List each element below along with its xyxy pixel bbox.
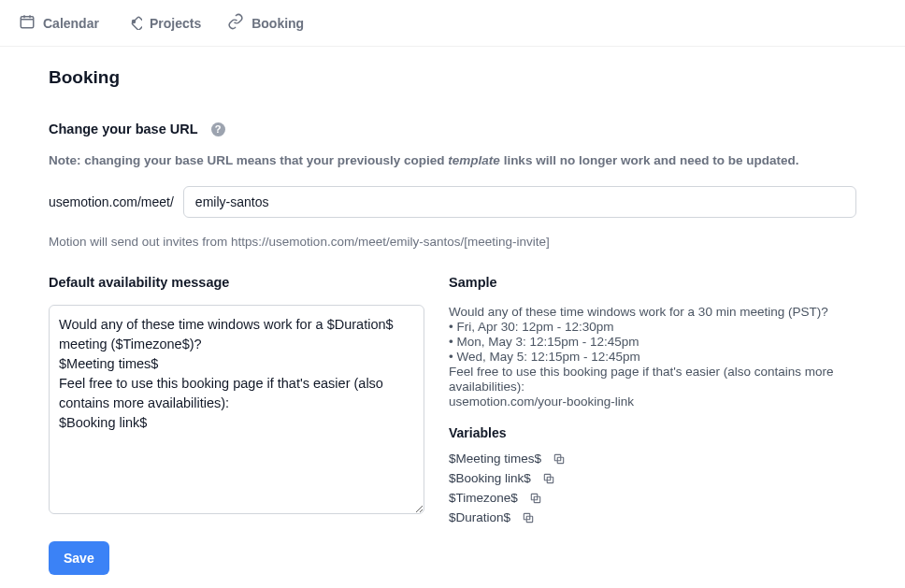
variable-label: $Meeting times$ — [449, 452, 541, 466]
nav-calendar[interactable]: Calendar — [19, 13, 99, 33]
variable-row: $Duration$ — [449, 510, 856, 524]
main-content: Booking Change your base URL ? Note: cha… — [0, 47, 905, 588]
nav-projects[interactable]: Projects — [125, 13, 201, 33]
sample-column: Sample Would any of these time windows w… — [449, 275, 856, 575]
availability-message-input[interactable] — [49, 305, 424, 514]
nav-projects-label: Projects — [150, 16, 201, 31]
base-url-heading-row: Change your base URL ? — [49, 122, 856, 136]
two-column-section: Default availability message Save Sample… — [49, 275, 856, 575]
base-url-note-prefix: Note: changing your base URL means that … — [49, 153, 448, 167]
top-nav: Calendar Projects Booking — [0, 0, 905, 47]
copy-icon[interactable] — [522, 511, 535, 524]
availability-heading: Default availability message — [49, 275, 424, 290]
copy-icon[interactable] — [553, 452, 566, 466]
base-url-note: Note: changing your base URL means that … — [49, 153, 856, 167]
copy-icon[interactable] — [542, 472, 555, 485]
base-url-prefix: usemotion.com/meet/ — [49, 194, 174, 209]
variable-label: $Duration$ — [449, 510, 510, 524]
svg-point-5 — [132, 21, 135, 23]
svg-rect-0 — [21, 17, 34, 28]
base-url-heading: Change your base URL — [49, 122, 198, 136]
nav-booking-label: Booking — [251, 16, 304, 31]
variable-row: $Meeting times$ — [449, 452, 856, 466]
base-url-row: usemotion.com/meet/ — [49, 186, 856, 218]
projects-icon — [125, 13, 142, 33]
sample-heading: Sample — [449, 275, 856, 290]
variable-row: $Booking link$ — [449, 471, 856, 485]
base-url-input[interactable] — [183, 186, 856, 218]
copy-icon[interactable] — [529, 492, 542, 505]
base-url-note-suffix: links will no longer work and need to be… — [500, 153, 799, 167]
variable-row: $Timezone$ — [449, 491, 856, 505]
invite-note: Motion will send out invites from https:… — [49, 235, 856, 249]
link-icon — [227, 13, 244, 33]
save-button[interactable]: Save — [49, 541, 109, 575]
page-title: Booking — [49, 67, 856, 88]
availability-column: Default availability message Save — [49, 275, 424, 575]
calendar-icon — [19, 13, 36, 33]
help-icon[interactable]: ? — [211, 122, 225, 136]
base-url-note-italic: template — [448, 153, 500, 167]
sample-text: Would any of these time windows work for… — [449, 305, 856, 409]
variable-label: $Timezone$ — [449, 491, 518, 505]
nav-calendar-label: Calendar — [43, 16, 99, 31]
variables-heading: Variables — [449, 425, 856, 440]
variable-label: $Booking link$ — [449, 471, 531, 485]
nav-booking[interactable]: Booking — [227, 13, 304, 33]
